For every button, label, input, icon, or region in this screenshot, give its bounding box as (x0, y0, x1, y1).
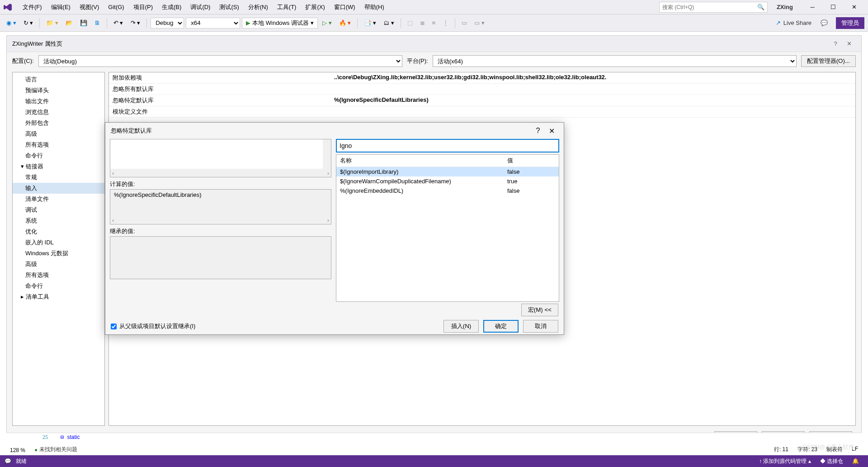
tree-item[interactable]: 优化 (13, 226, 104, 237)
macro-row[interactable]: $(IgnoreImportLibrary) false (336, 167, 559, 176)
tree-item[interactable]: 命令行 (13, 150, 104, 161)
macro-toggle-button[interactable]: 宏(M) << (521, 304, 558, 316)
cancel-button[interactable]: 取消 (523, 320, 558, 333)
tree-item-input[interactable]: 输入 (13, 183, 104, 194)
scrollbar-horizontal[interactable]: ‹› (110, 169, 331, 177)
menu-git[interactable]: Git(G) (104, 2, 128, 12)
tree-item[interactable]: 命令行 (13, 281, 104, 291)
macro-row[interactable]: %(IgnoreEmbeddedIDL) false (336, 186, 559, 195)
start-without-debug-button[interactable]: ▷ ▾ (320, 18, 335, 28)
close-button[interactable]: ✕ (844, 1, 864, 14)
menu-tools[interactable]: 工具(T) (273, 1, 301, 13)
help-icon[interactable]: ? (531, 127, 545, 135)
global-search-input[interactable] (662, 4, 757, 10)
tree-item[interactable]: 清单文件 (13, 194, 104, 205)
add-source-control[interactable]: ↑ 添加到源代码管理 ▴ (755, 457, 816, 465)
tb-icon-3[interactable]: ⬚ (405, 18, 415, 28)
tree-manifest-tool[interactable]: 清单工具 (13, 291, 104, 302)
redo-button[interactable]: ↷ ▾ (128, 18, 143, 28)
tree-item[interactable]: 所有选项 (13, 139, 104, 150)
notifications-icon[interactable]: 🔔 (848, 458, 863, 464)
platform-select[interactable]: x64 (186, 18, 240, 29)
menu-file[interactable]: 文件(F) (18, 1, 47, 13)
select-repo[interactable]: ◆ 选择仓 (816, 457, 848, 465)
tree-item[interactable]: 系统 (13, 215, 104, 226)
undo-button[interactable]: ↶ ▾ (111, 18, 126, 28)
tree-item[interactable]: 输出文件 (13, 96, 104, 107)
menu-view[interactable]: 视图(V) (75, 1, 104, 13)
tree-item[interactable]: 浏览信息 (13, 107, 104, 118)
maximize-button[interactable]: ☐ (823, 1, 844, 14)
platform-dropdown[interactable]: 活动(x64) (433, 55, 797, 67)
tb-icon-7[interactable]: ▭ (459, 18, 470, 28)
inherit-checkbox-input[interactable] (111, 324, 117, 329)
menu-analyze[interactable]: 分析(N) (244, 1, 273, 13)
tree-item[interactable]: Windows 元数据 (13, 248, 104, 259)
chat-icon[interactable]: 💬 (5, 458, 11, 464)
new-project-button[interactable]: 📁 ▾ (43, 18, 61, 28)
save-all-button[interactable]: 🗎 (92, 18, 103, 28)
menu-build[interactable]: 生成(B) (157, 1, 186, 13)
help-icon[interactable]: ? (829, 40, 842, 47)
menu-debug[interactable]: 调试(D) (186, 1, 215, 13)
tb-icon-8[interactable]: ▭ ▾ (472, 18, 487, 28)
no-issues-indicator[interactable]: ● 未找到相关问题 (34, 446, 77, 453)
vs-logo-icon (4, 3, 13, 12)
menu-extensions[interactable]: 扩展(X) (301, 1, 329, 13)
config-dropdown[interactable]: 活动(Debug) (38, 55, 402, 67)
hot-reload-button[interactable]: 🔥 ▾ (336, 18, 354, 28)
save-button[interactable]: 💾 (77, 18, 90, 28)
open-button[interactable]: 📂 (63, 18, 75, 28)
nav-back-button[interactable]: ◉ ▾ (4, 18, 19, 28)
live-share-button[interactable]: ↗ Live Share (771, 18, 816, 28)
statusbar: 💬 就绪 ↑ 添加到源代码管理 ▴ ◆ 选择仓 🔔 (0, 455, 868, 467)
dialog-title: 忽略特定默认库 (111, 127, 152, 135)
menu-window[interactable]: 窗口(W) (330, 1, 360, 13)
scrollbar-horizontal[interactable]: ‹› (110, 216, 331, 224)
start-debug-button[interactable]: ▶ 本地 Windows 调试器 ▾ (242, 18, 318, 29)
macro-search-input[interactable] (340, 142, 556, 149)
scrollbar-vertical[interactable] (323, 139, 331, 169)
menu-help[interactable]: 帮助(H) (360, 1, 389, 13)
menu-test[interactable]: 测试(S) (215, 1, 243, 13)
tree-item[interactable]: 调试 (13, 205, 104, 215)
close-icon[interactable]: ✕ (842, 40, 856, 47)
global-search[interactable]: 🔍 (659, 2, 768, 13)
inherit-checkbox[interactable]: 从父级或项目默认设置继承(I) (111, 322, 195, 330)
nav-forward-button[interactable]: ↻ ▾ (21, 18, 36, 28)
minimize-button[interactable]: ─ (802, 1, 823, 14)
tree-item[interactable]: 所有选项 (13, 270, 104, 281)
grid-row[interactable]: 模块定义文件 (109, 106, 855, 118)
property-tree[interactable]: 语言 预编译头 输出文件 浏览信息 外部包含 高级 所有选项 命令行 链接器 常… (12, 72, 105, 426)
scrollbar-vertical[interactable] (323, 237, 331, 271)
ok-button[interactable]: 确定 (483, 320, 519, 333)
tree-item[interactable]: 嵌入的 IDL (13, 237, 104, 248)
tree-linker[interactable]: 链接器 (13, 161, 104, 172)
menu-edit[interactable]: 编辑(E) (47, 1, 75, 13)
tb-icon-4[interactable]: ≣ (417, 18, 428, 28)
config-select[interactable]: Debug (151, 18, 184, 29)
grid-row[interactable]: 忽略所有默认库 (109, 84, 855, 95)
tb-icon-1[interactable]: 📑 ▾ (361, 18, 379, 28)
edit-list-box[interactable]: ‹› (110, 139, 331, 177)
menu-project[interactable]: 项目(P) (129, 1, 157, 13)
config-manager-button[interactable]: 配置管理器(O)... (801, 55, 856, 67)
grid-row[interactable]: 忽略特定默认库 %(IgnoreSpecificDefaultLibraries… (109, 95, 855, 106)
tree-item[interactable]: 高级 (13, 129, 104, 139)
tree-item[interactable]: 常规 (13, 172, 104, 183)
tree-item[interactable]: 外部包含 (13, 118, 104, 129)
close-icon[interactable]: ✕ (545, 127, 558, 135)
tree-item[interactable]: 预编译头 (13, 85, 104, 96)
zoom-level[interactable]: 128 % (10, 447, 25, 453)
tree-item[interactable]: 高级 (13, 259, 104, 270)
macro-row[interactable]: $(IgnoreWarnCompileDuplicatedFilename) t… (336, 176, 559, 186)
scrollbar-vertical[interactable] (323, 190, 331, 216)
tree-item[interactable]: 语言 (13, 74, 104, 85)
macro-search-box[interactable] (336, 139, 559, 152)
tb-icon-6[interactable]: ⋮ (440, 18, 451, 28)
tb-icon-2[interactable]: 🗂 ▾ (381, 18, 397, 28)
feedback-icon[interactable]: 💬 (818, 18, 830, 28)
tb-icon-5[interactable]: ≡ (429, 18, 439, 28)
grid-row[interactable]: 附加依赖项 ..\core\Debug\ZXing.lib;kernel32.l… (109, 72, 855, 84)
insert-button[interactable]: 插入(N) (443, 320, 479, 333)
